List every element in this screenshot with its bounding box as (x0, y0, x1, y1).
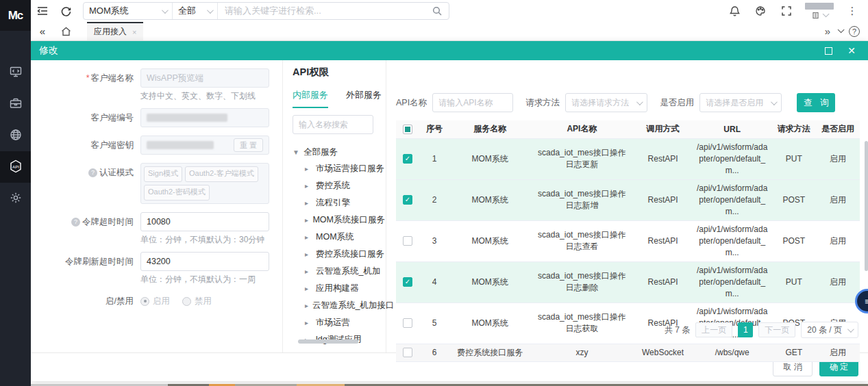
table-cell: /api/v1/wisform/adapter/open/default_m..… (693, 179, 772, 220)
required-asterisk: * (86, 73, 90, 83)
client-name-input[interactable]: WisAPP预览端 (140, 68, 269, 88)
tree-node[interactable]: ▸流程引擎 (293, 194, 385, 211)
divider (282, 60, 283, 352)
table-cell: /api/v1/wisform/adapter/open/default_m..… (693, 261, 772, 303)
collapse-tabs-icon[interactable]: « (31, 25, 54, 37)
sidebar-item-workbench[interactable] (0, 57, 31, 88)
sidebar-item-api[interactable]: API (0, 151, 31, 183)
tree-root-node[interactable]: ▼ 全部服务 (293, 144, 385, 160)
chevron-down-icon (207, 7, 214, 14)
bell-icon[interactable] (723, 5, 746, 16)
sidebar-item-globe[interactable] (0, 120, 31, 151)
gear-icon (9, 191, 23, 207)
chevron-down-icon[interactable] (838, 26, 845, 33)
client-name-helper: 支持中文、英文、数字、下划线 (140, 90, 269, 101)
next-page-button[interactable]: 下一页 (758, 322, 795, 337)
row-checkbox[interactable] (403, 348, 412, 357)
help-icon[interactable]: ? (849, 26, 860, 37)
query-button[interactable]: 查 询 (797, 93, 835, 112)
table-cell: GET (772, 344, 816, 361)
expand-tabs-icon[interactable]: » (825, 25, 830, 37)
tree-node[interactable]: ▸费控系统 (293, 177, 385, 194)
more-dots-icon[interactable]: ⋮ (841, 5, 864, 17)
refresh-icon[interactable] (54, 6, 77, 16)
sidebar-item-settings[interactable] (0, 183, 31, 214)
tree-node[interactable]: ▸MOM系统 (293, 229, 385, 246)
radio-enable[interactable]: 启用 (140, 296, 170, 307)
maximize-icon[interactable] (825, 47, 832, 55)
tree-horizontal-scrollbar[interactable] (298, 339, 358, 344)
fullscreen-icon[interactable] (775, 6, 798, 16)
tree-node-label: 应用构建器 (316, 283, 359, 294)
column-header: API名称 (530, 120, 633, 138)
menu-fold-icon[interactable] (31, 6, 54, 16)
table-cell: 启用 (816, 138, 860, 179)
app-select[interactable]: MOM系统 (84, 3, 173, 19)
tree-node-label: 云智造系统_机加接口 (312, 300, 394, 311)
table-cell: MOM系统 (449, 138, 530, 179)
sidebar: Mc API (0, 0, 31, 386)
page-size-select[interactable]: 20 条 / 页 (801, 322, 858, 338)
tree-node[interactable]: ▸云智造系统_机加 (293, 263, 385, 280)
radio-disable[interactable]: 禁用 (182, 296, 212, 307)
table-row: ✓4MOM系统scada_iot_mes接口操作日志删除RestAPI/api/… (396, 261, 860, 303)
row-checkbox[interactable]: ✓ (403, 154, 412, 164)
palette-icon[interactable] (749, 5, 772, 16)
token-timeout-input[interactable]: 10080 (140, 212, 269, 231)
column-header: 是否启用 (816, 120, 860, 138)
tree-node[interactable]: ▸云智造系统_机加接口 (293, 297, 385, 314)
sidebar-item-toolbox[interactable] (0, 88, 31, 120)
svg-text:API: API (12, 164, 19, 168)
row-checkbox[interactable]: ✓ (403, 195, 412, 205)
user-menu[interactable] (805, 3, 834, 19)
close-icon[interactable]: ✕ (847, 46, 856, 55)
table-cell: PUT (772, 138, 816, 179)
table-cell: 启用 (816, 220, 860, 261)
table-cell: 1 (419, 138, 449, 179)
chevron-down-icon (847, 326, 854, 333)
tab-external-services[interactable]: 外部服务 (346, 89, 382, 108)
table-vertical-scrollbar[interactable] (865, 141, 868, 271)
home-icon[interactable] (54, 27, 77, 36)
tree-node[interactable]: ▸市场运营接口服务 (293, 160, 385, 177)
tree-search-input[interactable]: 输入名称搜索 (293, 115, 373, 134)
search-icon[interactable] (425, 6, 449, 16)
app-logo: Mc (0, 0, 31, 31)
client-code-input[interactable] (140, 108, 269, 127)
table-cell: 启用 (816, 344, 860, 361)
table-cell: POST (772, 220, 816, 261)
redacted-value (147, 114, 227, 122)
row-checkbox[interactable]: ✓ (403, 277, 412, 287)
row-checkbox[interactable] (403, 236, 412, 246)
close-icon[interactable]: × (132, 28, 136, 36)
table-cell: scada_iot_mes接口操作日志删除 (530, 261, 633, 303)
tree-node[interactable]: ▸市场运营 (293, 314, 385, 331)
refresh-timeout-input[interactable]: 43200 (140, 252, 269, 271)
current-page-button[interactable]: 1 (738, 322, 753, 337)
method-filter-select[interactable]: 请选择请求方法 (565, 93, 647, 112)
table-cell: 2 (419, 179, 449, 220)
tab-bar: « 应用接入 × » ? (31, 22, 868, 41)
prev-page-button[interactable]: 上一页 (695, 322, 732, 337)
table-cell: MOM系统 (449, 179, 530, 220)
table-cell: 启用 (816, 261, 860, 303)
select-all-checkbox[interactable] (403, 125, 412, 134)
table-cell: 费控系统接口服务 (449, 344, 530, 361)
table-cell: RestAPI (634, 261, 693, 303)
row-checkbox[interactable] (403, 318, 412, 328)
tree-node[interactable]: ▸MOM系统接口服务 (293, 211, 385, 229)
tree-node[interactable]: ▸应用构建器 (293, 280, 385, 297)
tab-app-access[interactable]: 应用接入 × (87, 22, 143, 40)
tree-node-label: MOM系统 (316, 231, 354, 243)
client-secret-input[interactable]: 重 置 (140, 136, 269, 155)
api-name-filter-input[interactable]: 请输入API名称 (432, 93, 513, 112)
tree-node[interactable]: ▸费控系统接口服务 (293, 246, 385, 263)
enabled-filter-select[interactable]: 请选择是否启用 (699, 93, 782, 112)
search-input[interactable]: 请输入关键字进行检索... (218, 5, 425, 17)
topbar: MOM系统 全部 请输入关键字进行检索... ⋮ (31, 0, 868, 22)
tab-internal-services[interactable]: 内部服务 (293, 89, 328, 108)
reset-secret-button[interactable]: 重 置 (234, 138, 263, 152)
table-cell: RestAPI (634, 220, 693, 261)
auth-mode-select[interactable]: Sign模式 Oauth2-客户端模式 Oauth2-密码模式 (140, 163, 269, 204)
scope-select[interactable]: 全部 (173, 3, 218, 19)
